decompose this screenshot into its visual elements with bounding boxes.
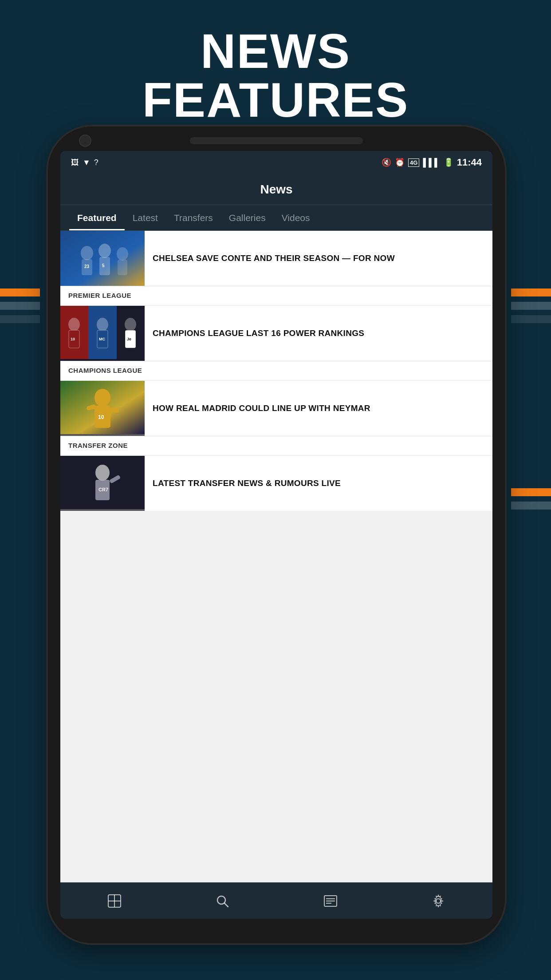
phone-screen: 🖼 ▼ ? 🔇 ⏰ 4G ▌▌▌ 🔋 11:44 News	[60, 151, 492, 919]
news-category-3: TRANSFER ZONE	[68, 442, 128, 449]
news-category-1: PREMIER LEAGUE	[68, 292, 131, 299]
news-content-4: LATEST TRANSFER NEWS & RUMOURS LIVE	[145, 456, 492, 511]
alarm-icon: ⏰	[395, 158, 405, 167]
svg-text:CR7: CR7	[98, 487, 108, 492]
news-thumb-2: 10 MC Je	[60, 306, 145, 361]
app-header: News	[60, 174, 492, 205]
news-thumb-4: CR7	[60, 456, 145, 511]
svg-point-18	[125, 318, 136, 331]
tab-galleries[interactable]: Galleries	[221, 205, 274, 230]
svg-point-1	[81, 246, 93, 260]
news-title-3: HOW REAL MADRID COULD LINE UP WITH NEYMA…	[153, 403, 370, 414]
svg-text:Je: Je	[127, 337, 131, 341]
network-icon: 4G	[408, 158, 419, 167]
svg-point-22	[94, 389, 110, 407]
left-stripes	[0, 288, 40, 328]
news-card-bottom-1: PREMIER LEAGUE	[60, 286, 492, 305]
battery-icon: 🔋	[444, 158, 453, 167]
news-list: 23 5 CHELSEA SAVE CONTE AND THEIR SEASON…	[60, 231, 492, 882]
news-card-4[interactable]: CR7 LATEST TRANSFER NEWS & RUMOURS LIVE	[60, 456, 492, 511]
svg-point-15	[97, 318, 108, 331]
svg-text:MC: MC	[99, 337, 105, 341]
news-title-1: CHELSEA SAVE CONTE AND THEIR SEASON — FO…	[153, 253, 395, 264]
svg-point-5	[117, 247, 128, 261]
news-thumb-1: 23 5	[60, 231, 145, 286]
news-card-bottom-3: TRANSFER ZONE	[60, 436, 492, 455]
news-title-2: CHAMPIONS LEAGUE LAST 16 POWER RANKINGS	[153, 328, 364, 339]
tabs-bar: Featured Latest Transfers Galleries Vide…	[60, 205, 492, 231]
svg-line-36	[224, 903, 228, 907]
news-content-2: CHAMPIONS LEAGUE LAST 16 POWER RANKINGS	[145, 306, 492, 361]
svg-point-3	[98, 244, 111, 258]
phone-camera	[79, 134, 91, 147]
news-card-3[interactable]: 10 HOW REAL MADRID COULD LINE UP WITH NE…	[60, 381, 492, 455]
svg-text:10: 10	[98, 414, 104, 420]
nav-settings[interactable]	[422, 890, 454, 912]
status-bar: 🖼 ▼ ? 🔇 ⏰ 4G ▌▌▌ 🔋 11:44	[60, 151, 492, 174]
nav-news[interactable]	[315, 890, 346, 912]
news-card-bottom-2: CHAMPIONS LEAGUE	[60, 361, 492, 380]
svg-rect-4	[99, 257, 110, 275]
question-icon: ?	[94, 158, 98, 167]
page-title-line1: NEWS	[0, 27, 551, 75]
svg-point-28	[95, 465, 110, 481]
news-content-3: HOW REAL MADRID COULD LINE UP WITH NEYMA…	[145, 381, 492, 436]
svg-rect-6	[118, 260, 127, 275]
news-category-2: CHAMPIONS LEAGUE	[68, 367, 142, 374]
signal-icon: ▌▌▌	[423, 158, 440, 167]
page-title-area: NEWS FEATURES	[0, 27, 551, 124]
wifi-icon: ▼	[83, 158, 91, 167]
nav-scores[interactable]	[98, 890, 130, 912]
status-right: 🔇 ⏰ 4G ▌▌▌ 🔋 11:44	[382, 157, 482, 168]
svg-point-12	[68, 318, 80, 331]
bottom-nav	[60, 882, 492, 919]
news-card-1[interactable]: 23 5 CHELSEA SAVE CONTE AND THEIR SEASON…	[60, 231, 492, 305]
mute-icon: 🔇	[382, 158, 391, 167]
tab-featured[interactable]: Featured	[69, 205, 125, 230]
status-time: 11:44	[457, 157, 482, 168]
phone-frame: 🖼 ▼ ? 🔇 ⏰ 4G ▌▌▌ 🔋 11:44 News	[48, 126, 505, 943]
right-stripes-lower	[511, 488, 551, 515]
news-title-4: LATEST TRANSFER NEWS & RUMOURS LIVE	[153, 478, 341, 489]
news-card-2[interactable]: 10 MC Je CH	[60, 306, 492, 380]
status-left: 🖼 ▼ ?	[71, 158, 98, 167]
photo-icon: 🖼	[71, 158, 79, 167]
svg-text:23: 23	[84, 264, 90, 269]
nav-search[interactable]	[206, 890, 238, 912]
tab-transfers[interactable]: Transfers	[166, 205, 221, 230]
tab-latest[interactable]: Latest	[125, 205, 166, 230]
app-header-title: News	[260, 182, 292, 197]
phone-speaker	[190, 137, 363, 144]
news-content-1: CHELSEA SAVE CONTE AND THEIR SEASON — FO…	[145, 231, 492, 286]
svg-point-41	[436, 899, 441, 903]
page-title-line2: FEATURES	[0, 75, 551, 124]
right-stripes-upper	[511, 288, 551, 328]
news-thumb-3: 10	[60, 381, 145, 436]
svg-text:5: 5	[102, 263, 105, 268]
svg-text:10: 10	[71, 337, 75, 341]
tab-videos[interactable]: Videos	[274, 205, 318, 230]
